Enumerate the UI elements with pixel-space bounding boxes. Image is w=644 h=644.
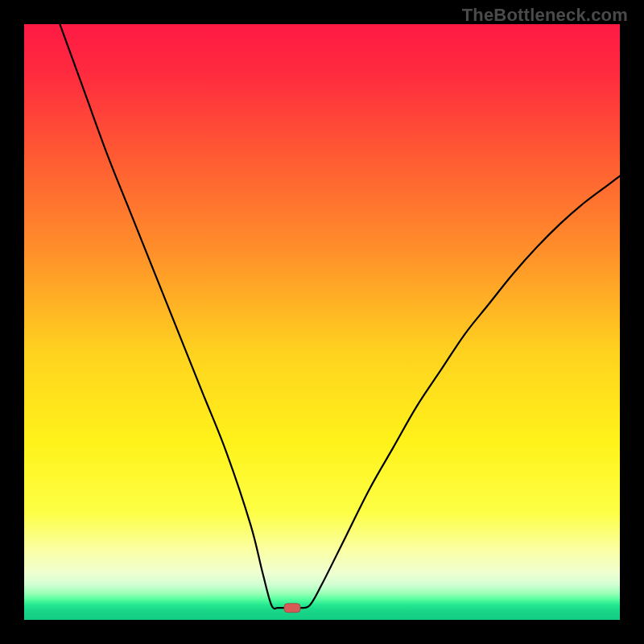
chart-svg [24, 24, 620, 620]
plot-area [24, 24, 620, 620]
chart-stage: TheBottleneck.com [0, 0, 644, 644]
optimum-marker [284, 604, 300, 613]
watermark-text: TheBottleneck.com [462, 5, 628, 26]
background-gradient [24, 24, 620, 620]
